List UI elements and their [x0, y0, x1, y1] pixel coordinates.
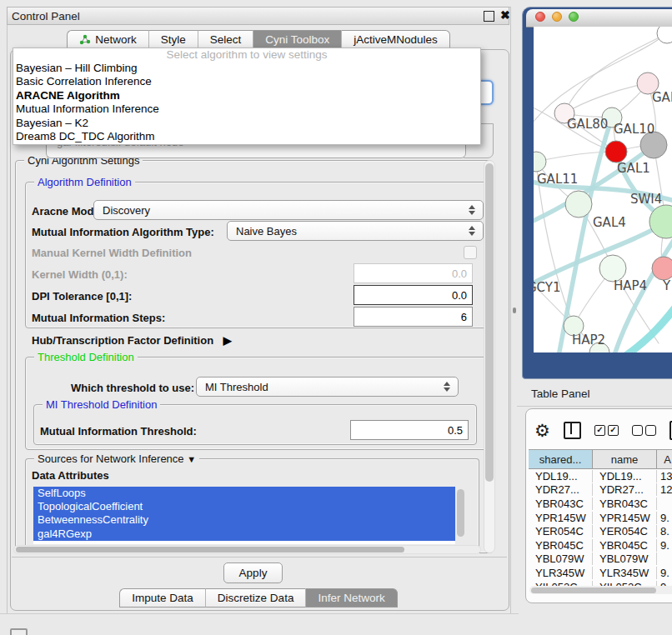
aracne-mode-value: Discovery — [103, 204, 150, 217]
network-node-label: Y — [662, 278, 671, 293]
hub-definition-toggle[interactable]: Hub/Transcription Factor Definition ▶ — [32, 334, 232, 347]
tab-discretize-data[interactable]: Discretize Data — [205, 588, 306, 608]
close-panel-icon[interactable]: ✖ — [500, 8, 510, 22]
tab-cyni-toolbox[interactable]: Cyni Toolbox — [253, 30, 341, 49]
tab-label: jActiveMNodules — [354, 33, 438, 46]
divider — [12, 557, 507, 558]
table-cell[interactable]: YBR043C — [593, 498, 657, 510]
panel-splitter-handle[interactable] — [513, 308, 516, 313]
algorithm-option[interactable]: Bayesian – K2 — [13, 117, 480, 130]
which-threshold-select[interactable]: MI Threshold — [196, 377, 459, 397]
data-attribute-item[interactable]: TopologicalCoefficient — [33, 500, 455, 513]
mi-algorithm-type-select[interactable]: Naive Bayes — [227, 221, 484, 241]
algorithm-option[interactable]: Basic Correlation Inference — [13, 75, 480, 88]
mi-steps-field[interactable]: 6 — [354, 307, 473, 327]
kernel-width-field[interactable]: 0.0 — [354, 263, 473, 283]
deselect-all-icon[interactable] — [632, 425, 656, 436]
table-cell[interactable]: YBR043C — [529, 498, 593, 510]
close-button[interactable] — [535, 12, 545, 22]
table-cell[interactable]: 13 — [657, 470, 672, 482]
tab-impute-data[interactable]: Impute Data — [119, 588, 205, 608]
network-node-label: GAL11 — [537, 172, 578, 187]
settings-horizontal-scrollbar-thumb[interactable] — [16, 547, 404, 552]
table-cell[interactable]: YDR27... — [529, 483, 593, 496]
dpi-tolerance-field[interactable]: 0.0 — [354, 285, 473, 305]
table-cell[interactable]: YDR27... — [593, 483, 657, 496]
float-window-icon[interactable] — [484, 11, 494, 22]
column-header-name[interactable]: name — [593, 450, 657, 468]
minimize-button[interactable] — [552, 12, 562, 22]
apply-button-label: Apply — [239, 567, 268, 579]
list-scrollbar-thumb[interactable] — [457, 489, 464, 537]
algorithm-option[interactable]: Mutual Information Inference — [13, 102, 480, 116]
mi-threshold-field[interactable]: 0.5 — [350, 420, 469, 440]
algorithm-option[interactable]: ARACNE Algorithm — [13, 89, 480, 102]
table-cell[interactable]: YBR045C — [593, 539, 657, 552]
table-cell[interactable]: YER054C — [593, 525, 657, 538]
network-window-titlebar[interactable] — [526, 9, 672, 28]
table-row[interactable]: YDR27...YDR27...12 — [529, 483, 672, 498]
network-node[interactable] — [657, 27, 672, 43]
settings-vertical-scrollbar-thumb[interactable] — [485, 163, 494, 482]
table-cell[interactable]: 12 — [657, 483, 672, 496]
table-cell[interactable]: YLR345W — [529, 567, 593, 579]
network-node-label: GAL10 — [614, 122, 654, 137]
table-cell[interactable]: YPR145W — [593, 512, 657, 524]
tab-network[interactable]: Network — [67, 30, 148, 49]
data-attribute-item[interactable]: gal4RGexp — [33, 528, 455, 541]
table-cell[interactable]: 9. — [657, 567, 672, 579]
table-cell[interactable]: YBR045C — [529, 539, 593, 552]
network-node[interactable] — [652, 257, 672, 280]
table-cell[interactable]: YDL19... — [529, 470, 593, 482]
table-cell[interactable]: 8. — [657, 525, 672, 538]
settings-gear-icon[interactable]: ⚙ — [534, 422, 550, 439]
data-attribute-item[interactable]: BetweennessCentrality — [33, 513, 455, 527]
table-row[interactable]: YER054CYER054C8. — [529, 524, 672, 538]
control-panel-title: Control Panel — [12, 10, 80, 22]
algorithm-option[interactable]: Dream8 DC_TDC Algorithm — [13, 130, 480, 143]
corner-button-fragment[interactable] — [10, 628, 28, 635]
table-row[interactable]: YPR145WYPR145W9. — [529, 511, 672, 525]
table-row[interactable]: YLR345WYLR345W9. — [529, 566, 672, 580]
table-cell[interactable]: 9. — [657, 512, 672, 524]
table-cell[interactable]: 9. — [657, 539, 672, 552]
expand-right-icon: ▶ — [223, 334, 232, 347]
tab-label: Select — [210, 33, 242, 46]
table-row[interactable]: YBL079WYBL079W — [529, 552, 672, 567]
column-header-shared...[interactable]: shared... — [529, 450, 593, 468]
algorithm-option[interactable]: Bayesian – Hill Climbing — [13, 62, 480, 75]
manual-kernel-checkbox[interactable] — [464, 246, 477, 259]
select-all-icon[interactable]: ✓ ✓ — [594, 425, 619, 436]
network-node[interactable] — [605, 141, 627, 162]
zoom-button[interactable] — [569, 12, 579, 22]
data-attribute-item[interactable]: SelfLoops — [33, 487, 455, 500]
data-attributes-list[interactable]: SelfLoopsTopologicalCoefficientBetweenne… — [33, 487, 455, 544]
table-horizontal-scrollbar-thumb[interactable] — [531, 588, 656, 593]
network-node-label: GAL — [652, 90, 672, 105]
sources-group-title[interactable]: Sources for Network Inference ▼ — [34, 452, 199, 465]
network-node[interactable] — [565, 191, 592, 218]
table-row[interactable]: YBR043CYBR043C — [529, 497, 672, 511]
table-cell[interactable]: YDL19... — [593, 470, 657, 482]
table-row[interactable]: YBR045CYBR045C9. — [529, 538, 672, 552]
table-cell[interactable]: YBL079W — [593, 552, 657, 565]
network-canvas[interactable]: GALGAL80GAL10GAL1GAL11SWI4GAL4GCY1HAP4YH… — [534, 27, 672, 352]
dpi-tolerance-label: DPI Tolerance [0,1]: — [32, 290, 132, 302]
column-header-A[interactable]: A — [657, 450, 672, 468]
column-layout-icon[interactable] — [564, 422, 581, 439]
aracne-mode-select[interactable]: Discovery — [93, 200, 484, 220]
table-cell[interactable]: YER054C — [529, 525, 593, 538]
table-row[interactable]: YDL19...YDL19...13 — [529, 469, 672, 483]
tab-infer-network[interactable]: Infer Network — [305, 588, 397, 608]
apply-button[interactable]: Apply — [223, 562, 283, 583]
tab-jactivemnodules[interactable]: jActiveMNodules — [341, 30, 450, 49]
table-cell[interactable]: YLR345W — [593, 567, 657, 579]
algorithm-definition-title: Algorithm Definition — [34, 176, 135, 188]
table-cell[interactable]: YBL079W — [529, 552, 593, 565]
table-cell[interactable]: YPR145W — [529, 512, 593, 524]
tab-select[interactable]: Select — [198, 30, 253, 49]
network-node[interactable] — [534, 152, 546, 172]
control-panel-titlebar[interactable] — [7, 7, 509, 25]
tab-style[interactable]: Style — [148, 30, 198, 49]
collapse-down-icon: ▼ — [187, 454, 196, 464]
